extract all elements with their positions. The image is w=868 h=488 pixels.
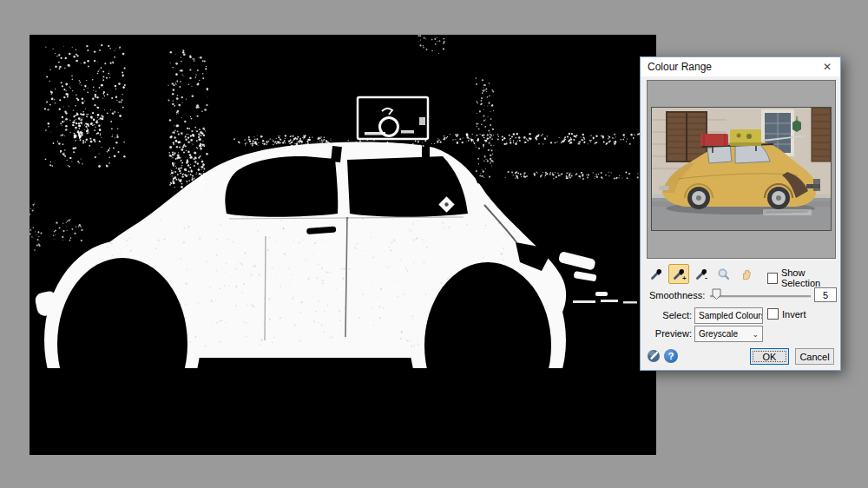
eyedropper-add-icon: +	[672, 267, 687, 281]
svg-text:-: -	[705, 274, 707, 281]
dialog-title: Colour Range	[641, 61, 712, 73]
zoom-icon	[717, 267, 731, 281]
select-dropdown-value: Sampled Colours	[699, 311, 763, 320]
smoothness-slider-thumb[interactable]	[712, 288, 721, 304]
help-icon: ?	[668, 351, 674, 361]
select-dropdown[interactable]: Sampled Colours ⌄	[694, 307, 763, 324]
reset-button[interactable]	[647, 349, 661, 363]
colour-range-dialog: Colour Range ✕	[640, 56, 841, 371]
red-suitcase	[700, 134, 728, 146]
mask-preview-image	[30, 35, 656, 455]
pan-tool-button[interactable]	[736, 264, 757, 284]
show-selection-row: Show Selection	[767, 267, 840, 288]
invert-row: Invert	[767, 308, 806, 320]
eyedropper-icon	[649, 267, 664, 281]
smoothness-slider-track[interactable]	[710, 295, 811, 298]
app-window: Colour Range ✕	[0, 0, 868, 488]
help-button[interactable]: ?	[664, 349, 678, 363]
invert-label: Invert	[782, 309, 806, 320]
ok-button[interactable]: OK	[750, 348, 789, 365]
select-label: Select:	[641, 310, 692, 320]
smoothness-value-input[interactable]	[814, 287, 837, 302]
close-button[interactable]: ✕	[814, 57, 840, 76]
source-photo	[652, 108, 831, 230]
reset-icon	[647, 349, 661, 363]
roof-box-outline	[358, 97, 428, 139]
eyedropper-tool-button[interactable]	[646, 264, 667, 284]
document-canvas[interactable]	[30, 35, 656, 455]
sampler-toolbar: + -	[646, 264, 757, 284]
show-selection-label: Show Selection	[781, 267, 840, 288]
preview-label: Preview:	[641, 328, 692, 339]
right-shutter-window	[812, 108, 831, 162]
cancel-button[interactable]: Cancel	[795, 348, 834, 365]
eyedropper-subtract-tool-button[interactable]: -	[691, 264, 712, 284]
svg-text:+: +	[682, 274, 687, 281]
smoothness-label: Smoothness:	[649, 290, 705, 300]
zoom-tool-button[interactable]	[713, 264, 734, 284]
preview-dropdown-value: Greyscale	[699, 329, 738, 339]
invert-checkbox[interactable]	[767, 308, 779, 320]
eyedropper-add-tool-button[interactable]: +	[668, 264, 689, 284]
show-selection-checkbox[interactable]	[767, 273, 778, 284]
close-icon: ✕	[823, 61, 832, 73]
preview-panel	[647, 80, 836, 259]
preview-dropdown[interactable]: Greyscale ⌄	[694, 326, 763, 342]
photo-watermark	[763, 209, 812, 215]
eyedropper-subtract-icon: -	[694, 267, 709, 281]
dialog-titlebar[interactable]: Colour Range ✕	[641, 57, 840, 76]
preview-thumbnail[interactable]	[651, 107, 832, 231]
chevron-down-icon: ⌄	[752, 330, 762, 339]
hand-icon	[740, 267, 753, 281]
